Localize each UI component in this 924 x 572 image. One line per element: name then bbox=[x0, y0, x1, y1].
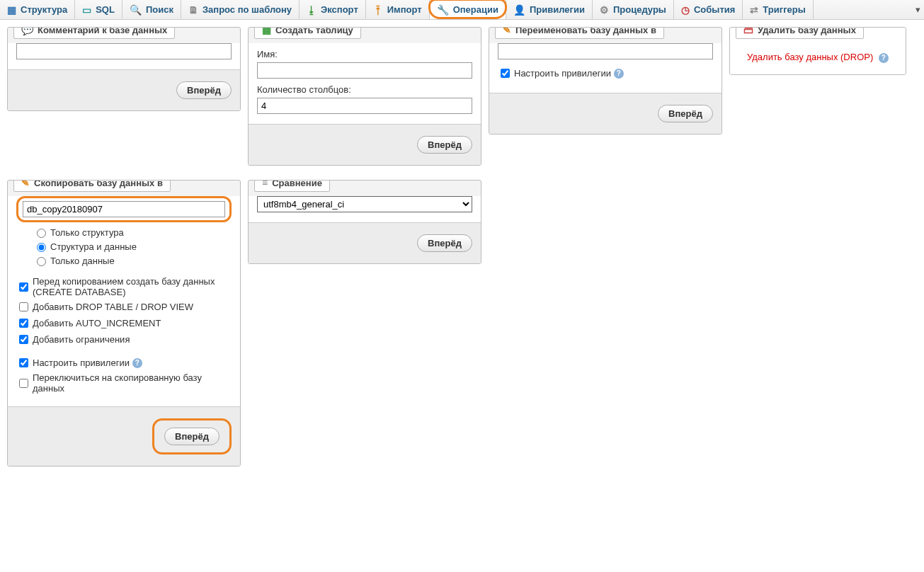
checkbox-label: Настроить привилегии bbox=[514, 68, 611, 79]
go-button-create[interactable]: Вперёд bbox=[417, 136, 472, 154]
radio-data-only-input[interactable] bbox=[37, 257, 46, 266]
tab-label: События bbox=[694, 4, 735, 15]
chk-adjust-priv[interactable]: Настроить привилегии? bbox=[16, 356, 232, 370]
panel-copy-db: ✎Скопировать базу данных в Только структ… bbox=[7, 180, 241, 467]
chk-constraints-input[interactable] bbox=[19, 335, 28, 344]
tab-label: Запрос по шаблону bbox=[203, 4, 292, 15]
tab-events[interactable]: ◷События bbox=[674, 0, 743, 19]
tab-routines[interactable]: ⚙Процедуры bbox=[593, 0, 674, 19]
tab-search[interactable]: 🔍Поиск bbox=[122, 0, 181, 19]
radio-label: Только структура bbox=[50, 227, 124, 238]
panel-legend-rename: ✎Переименовать базу данных в bbox=[495, 27, 664, 39]
tab-label: SQL bbox=[96, 4, 115, 15]
rename-adjust-priv[interactable]: Настроить привилегии ? bbox=[498, 67, 713, 80]
panel-legend-collation: ≡Сравнение bbox=[254, 180, 330, 192]
legend-label: Скопировать базу данных в bbox=[34, 180, 163, 188]
panel-db-comment: 💬Комментарий к базе данных Вперёд bbox=[7, 27, 241, 111]
collation-select[interactable]: utf8mb4_general_ci bbox=[257, 196, 472, 212]
search-icon: 🔍 bbox=[130, 4, 142, 16]
sql-icon: ▭ bbox=[82, 4, 91, 16]
chk-autoinc-input[interactable] bbox=[19, 319, 28, 328]
gear-icon: ⚙ bbox=[600, 4, 609, 16]
chk-create-db[interactable]: Перед копированием создать базу данных (… bbox=[16, 276, 232, 297]
import-icon: ⭱ bbox=[373, 4, 383, 16]
query-icon: 🗎 bbox=[188, 4, 198, 16]
legend-label: Сравнение bbox=[272, 180, 322, 188]
wrench-icon: 🔧 bbox=[437, 4, 449, 16]
tab-label: Импорт bbox=[387, 4, 422, 15]
radio-data-only[interactable]: Только данные bbox=[33, 255, 232, 266]
tab-triggers[interactable]: ⇄Триггеры bbox=[743, 0, 813, 19]
help-icon[interactable]: ? bbox=[879, 53, 889, 63]
tab-sql[interactable]: ▭SQL bbox=[75, 0, 122, 19]
help-icon[interactable]: ? bbox=[614, 69, 624, 79]
rename-adjust-priv-checkbox[interactable] bbox=[501, 69, 510, 78]
checkbox-label: Добавить DROP TABLE / DROP VIEW bbox=[33, 302, 193, 312]
go-button-copy-highlight: Вперёд bbox=[152, 418, 232, 454]
pencil-icon: ✎ bbox=[21, 180, 30, 188]
checkbox-label: Настроить привилегии bbox=[33, 358, 130, 368]
panel-legend-create: ▦Создать таблицу bbox=[254, 27, 361, 39]
chk-autoinc[interactable]: Добавить AUTO_INCREMENT bbox=[16, 316, 232, 330]
tab-privileges[interactable]: 👤Привилегии bbox=[506, 0, 593, 19]
go-button-rename[interactable]: Вперёд bbox=[658, 105, 713, 122]
pencil-icon: ✎ bbox=[503, 27, 511, 35]
tab-export[interactable]: ⭳Экспорт bbox=[300, 0, 366, 19]
panel-legend-drop: 🗃Удалить базу данных bbox=[736, 27, 864, 39]
cols-label: Количество столбцов: bbox=[257, 84, 472, 95]
chk-switch-input[interactable] bbox=[19, 379, 28, 388]
go-button-copy[interactable]: Вперёд bbox=[164, 428, 219, 445]
rename-db-input[interactable] bbox=[498, 43, 713, 59]
tab-operations[interactable]: 🔧Операции bbox=[430, 0, 506, 19]
panel-drop-db: 🗃Удалить базу данных Удалить базу данных… bbox=[729, 27, 906, 75]
checkbox-label: Добавить AUTO_INCREMENT bbox=[33, 318, 161, 328]
clock-icon: ◷ bbox=[681, 4, 690, 16]
table-cols-input[interactable] bbox=[257, 98, 472, 114]
panel-create-table: ▦Создать таблицу Имя: Количество столбцо… bbox=[248, 27, 481, 166]
go-button-collation[interactable]: Вперёд bbox=[417, 234, 472, 252]
panel-legend-copy: ✎Скопировать базу данных в bbox=[13, 180, 171, 192]
chk-switch[interactable]: Переключиться на скопированную базу данн… bbox=[16, 372, 232, 394]
chk-drop-input[interactable] bbox=[19, 302, 28, 311]
privileges-icon: 👤 bbox=[513, 4, 525, 16]
checkbox-label: Добавить ограничения bbox=[33, 334, 130, 345]
top-tabs: ▦Структура ▭SQL 🔍Поиск 🗎Запрос по шаблон… bbox=[0, 0, 924, 20]
panel-legend-comment: 💬Комментарий к базе данных bbox=[13, 27, 175, 39]
chk-adjust-priv-input[interactable] bbox=[19, 358, 28, 367]
chk-create-db-input[interactable] bbox=[19, 282, 28, 292]
list-icon: ≡ bbox=[262, 180, 268, 188]
panels-area: 💬Комментарий к базе данных Вперёд ▦Созда… bbox=[0, 20, 924, 481]
go-button-comment[interactable]: Вперёд bbox=[176, 81, 232, 99]
tab-label: Процедуры bbox=[613, 4, 666, 15]
chk-drop[interactable]: Добавить DROP TABLE / DROP VIEW bbox=[16, 300, 232, 314]
legend-label: Удалить базу данных bbox=[758, 27, 856, 35]
radio-structure-data-input[interactable] bbox=[37, 243, 46, 252]
tab-label: Триггеры bbox=[763, 4, 805, 15]
tab-query[interactable]: 🗎Запрос по шаблону bbox=[181, 0, 300, 19]
radio-label: Структура и данные bbox=[50, 241, 137, 252]
tab-import[interactable]: ⭱Импорт bbox=[366, 0, 430, 19]
help-icon[interactable]: ? bbox=[132, 358, 142, 368]
name-label: Имя: bbox=[257, 49, 472, 59]
radio-structure-data[interactable]: Структура и данные bbox=[33, 241, 232, 252]
table-name-input[interactable] bbox=[257, 62, 472, 79]
copy-db-input[interactable] bbox=[23, 201, 225, 217]
db-comment-input[interactable] bbox=[16, 43, 232, 59]
tabs-more[interactable]: ▾ bbox=[911, 0, 924, 19]
comment-icon: 💬 bbox=[21, 27, 33, 35]
tab-structure[interactable]: ▦Структура bbox=[0, 0, 75, 19]
db-delete-icon: 🗃 bbox=[743, 27, 753, 35]
structure-icon: ▦ bbox=[7, 4, 16, 16]
radio-structure-only-input[interactable] bbox=[37, 229, 46, 238]
tab-label: Поиск bbox=[146, 4, 173, 15]
table-plus-icon: ▦ bbox=[262, 27, 271, 35]
chk-constraints[interactable]: Добавить ограничения bbox=[16, 333, 232, 346]
drop-db-link[interactable]: Удалить базу данных (DROP) ? bbox=[738, 43, 897, 72]
tab-label: Операции bbox=[453, 4, 498, 15]
legend-label: Переименовать базу данных в bbox=[515, 27, 656, 35]
radio-label: Только данные bbox=[50, 256, 115, 266]
panel-rename-db: ✎Переименовать базу данных в Настроить п… bbox=[489, 27, 722, 135]
radio-structure-only[interactable]: Только структура bbox=[33, 227, 232, 238]
checkbox-label: Переключиться на скопированную базу данн… bbox=[33, 372, 232, 394]
legend-label: Комментарий к базе данных bbox=[38, 27, 167, 35]
